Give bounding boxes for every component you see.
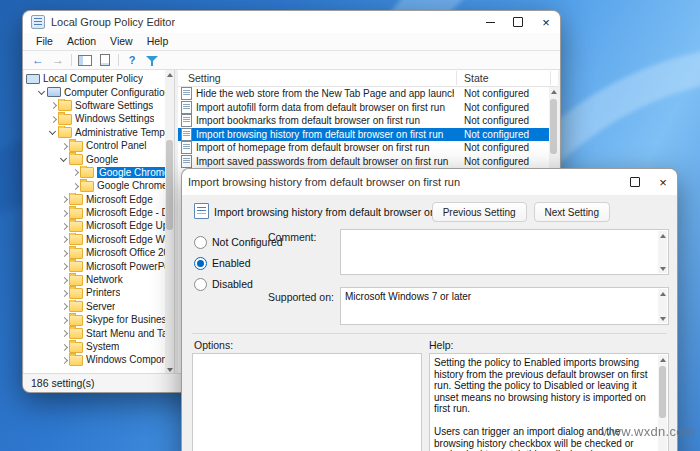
- tree-item[interactable]: Microsoft PowerPoi: [24, 259, 165, 272]
- comment-scrollbar[interactable]: [658, 231, 667, 273]
- expander-chevron-icon[interactable]: [59, 194, 69, 204]
- expander-chevron-icon[interactable]: [59, 234, 69, 244]
- menu-help[interactable]: Help: [140, 33, 176, 50]
- forward-button[interactable]: →: [48, 52, 68, 68]
- maximize-icon: [630, 177, 640, 187]
- expander-chevron-icon[interactable]: [48, 127, 58, 137]
- tree-item[interactable]: Network: [24, 273, 165, 286]
- policy-list-row[interactable]: Import autofill form data from default b…: [178, 101, 549, 115]
- tree-item[interactable]: Computer Configuration: [24, 85, 165, 98]
- dialog-titlebar[interactable]: Import browsing history from default bro…: [182, 169, 677, 195]
- menu-file[interactable]: File: [29, 33, 60, 50]
- expander-chevron-icon[interactable]: [59, 301, 69, 311]
- expander-chevron-icon[interactable]: [70, 167, 80, 177]
- tree-item[interactable]: Google: [24, 152, 165, 165]
- tree-item[interactable]: Software Settings: [24, 99, 165, 112]
- back-button[interactable]: ←: [28, 52, 48, 68]
- expander-chevron-icon[interactable]: [48, 100, 58, 110]
- expander-chevron-icon[interactable]: [37, 87, 47, 97]
- tree-item[interactable]: Administrative Templat: [24, 126, 165, 139]
- scroll-up-icon[interactable]: [658, 355, 667, 364]
- policy-list-row[interactable]: Import bookmarks from default browser on…: [178, 114, 549, 128]
- filter-button[interactable]: [142, 52, 162, 68]
- scroll-down-icon[interactable]: [658, 314, 667, 323]
- policy-list-row[interactable]: Import of homepage from default browser …: [178, 141, 549, 155]
- policy-list-row[interactable]: Import saved passwords from default brow…: [178, 155, 549, 169]
- export-list-button[interactable]: [95, 52, 115, 68]
- expander-chevron-icon[interactable]: [70, 181, 80, 191]
- scroll-thumb[interactable]: [550, 99, 557, 154]
- menu-action[interactable]: Action: [60, 33, 103, 50]
- gpedit-titlebar[interactable]: Local Group Policy Editor ×: [23, 11, 560, 33]
- expander-chevron-icon[interactable]: [59, 315, 69, 325]
- expander-chevron-icon[interactable]: [59, 221, 69, 231]
- help-button[interactable]: ?: [122, 52, 142, 68]
- policy-list-row[interactable]: Import browsing history from default bro…: [178, 128, 549, 142]
- dialog-maximize-button[interactable]: [621, 169, 649, 195]
- dialog-close-button[interactable]: ×: [649, 169, 677, 195]
- expander-chevron-icon[interactable]: [59, 248, 69, 258]
- tree-item[interactable]: Google Chrome: [24, 179, 165, 192]
- tree-node-icon: [69, 275, 83, 286]
- expander-chevron-icon[interactable]: [48, 114, 58, 124]
- scroll-up-icon[interactable]: [658, 231, 667, 240]
- column-header-setting[interactable]: Setting: [188, 72, 221, 84]
- expander-chevron-icon[interactable]: [59, 288, 69, 298]
- scroll-up-icon[interactable]: [165, 70, 174, 79]
- scroll-thumb[interactable]: [166, 140, 173, 230]
- maximize-button[interactable]: [504, 11, 532, 33]
- tree-item[interactable]: Microsoft Edge: [24, 193, 165, 206]
- tree-item[interactable]: Skype for Business 2: [24, 313, 165, 326]
- tree-item[interactable]: Microsoft Edge - De: [24, 206, 165, 219]
- state-cell: Not configured: [464, 102, 529, 113]
- radio-enabled[interactable]: Enabled: [194, 256, 251, 270]
- radio-disabled[interactable]: Disabled: [194, 277, 253, 291]
- expander-chevron-icon[interactable]: [59, 275, 69, 285]
- tree-item[interactable]: System: [24, 340, 165, 353]
- policy-setting-icon: [181, 141, 192, 154]
- menu-bar: File Action View Help: [23, 33, 560, 51]
- tree-item[interactable]: Microsoft Edge Upd: [24, 219, 165, 232]
- policy-setting-icon: [181, 101, 192, 114]
- tree-item-label: Printers: [86, 287, 120, 298]
- scroll-up-icon[interactable]: [549, 87, 558, 96]
- scroll-down-icon[interactable]: [658, 264, 667, 273]
- tree-item[interactable]: Windows Compone: [24, 353, 165, 366]
- tree-scrollbar[interactable]: [165, 70, 174, 374]
- tree-item[interactable]: Control Panel: [24, 139, 165, 152]
- minimize-button[interactable]: [476, 11, 504, 33]
- tree-item[interactable]: Microsoft Edge Web: [24, 233, 165, 246]
- comment-label: Comment:: [268, 231, 316, 243]
- tree-item[interactable]: Google Chrome: [24, 166, 165, 179]
- tree-item[interactable]: Start Menu and Task: [24, 326, 165, 339]
- tree-item[interactable]: Printers: [24, 286, 165, 299]
- expander-chevron-icon[interactable]: [59, 328, 69, 338]
- tree-item-label: Google Chrome: [97, 180, 165, 191]
- column-header-state[interactable]: State: [464, 72, 489, 84]
- tree-item-label: Windows Compone: [86, 354, 165, 365]
- tree-item[interactable]: Windows Settings: [24, 112, 165, 125]
- tree-item-label: Server: [86, 301, 115, 312]
- window-controls: ×: [476, 11, 560, 33]
- menu-view[interactable]: View: [103, 33, 140, 50]
- next-setting-button[interactable]: Next Setting: [534, 202, 610, 222]
- expander-chevron-icon[interactable]: [59, 261, 69, 271]
- tree-item[interactable]: Local Computer Policy: [24, 72, 165, 85]
- expander-chevron-icon[interactable]: [59, 355, 69, 365]
- tree-item[interactable]: Server: [24, 300, 165, 313]
- scroll-up-icon[interactable]: [658, 289, 667, 298]
- comment-textarea[interactable]: [340, 229, 669, 275]
- expander-chevron-icon[interactable]: [59, 342, 69, 352]
- console-tree-button[interactable]: [75, 52, 95, 68]
- expander-chevron-icon[interactable]: [59, 141, 69, 151]
- tree-node-icon: [69, 355, 83, 366]
- expander-chevron-icon[interactable]: [59, 208, 69, 218]
- setting-cell: Import browsing history from default bro…: [196, 129, 454, 140]
- expander-chevron-icon[interactable]: [59, 154, 69, 164]
- previous-setting-button[interactable]: Previous Setting: [432, 202, 527, 222]
- tree-item[interactable]: Microsoft Office 201: [24, 246, 165, 259]
- supported-scrollbar[interactable]: [658, 289, 667, 323]
- scroll-thumb[interactable]: [659, 366, 666, 418]
- policy-list-row[interactable]: Hide the web store from the New Tab Page…: [178, 87, 549, 101]
- close-button[interactable]: ×: [532, 11, 560, 33]
